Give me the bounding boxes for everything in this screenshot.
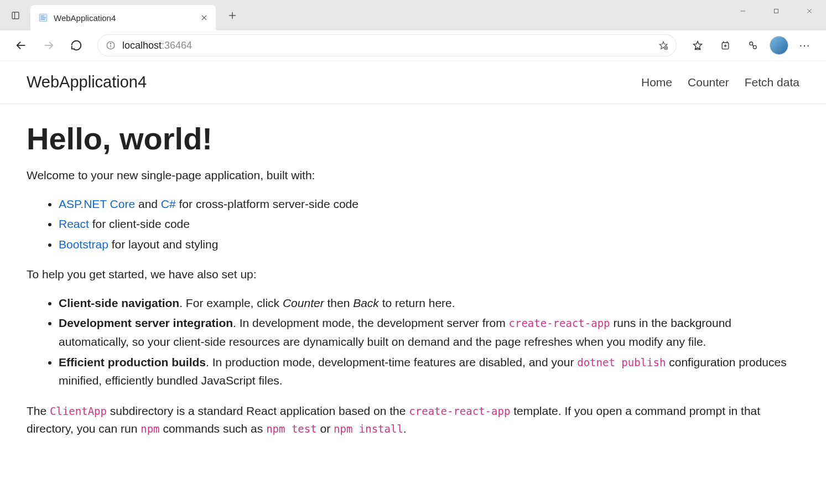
setup-list: Client-side navigation. For example, cli… xyxy=(27,294,799,390)
svg-rect-11 xyxy=(775,9,778,13)
extensions-button[interactable] xyxy=(742,34,764,56)
forward-button xyxy=(38,34,60,56)
setup-item-prod: Efficient production builds. In producti… xyxy=(59,353,799,390)
svg-point-31 xyxy=(750,42,753,45)
svg-rect-5 xyxy=(41,19,45,20)
url-text: localhost:36464 xyxy=(122,40,192,51)
tech-item-bootstrap: Bootstrap for layout and styling xyxy=(59,235,799,254)
minimize-button[interactable] xyxy=(726,0,760,22)
favorites-button[interactable] xyxy=(687,34,709,56)
clientapp-paragraph: The ClientApp subdirectory is a standard… xyxy=(27,402,799,438)
svg-rect-0 xyxy=(12,12,19,19)
tech-item-aspnet: ASP.NET Core and C# for cross-platform s… xyxy=(59,195,799,214)
app-navbar: WebApplication4 Home Counter Fetch data xyxy=(0,61,826,104)
brand-title[interactable]: WebApplication4 xyxy=(27,73,147,91)
new-tab-button[interactable] xyxy=(221,0,243,30)
svg-rect-4 xyxy=(41,17,46,18)
close-tab-icon[interactable] xyxy=(200,14,208,22)
browser-toolbar: localhost:36464 ⋯ xyxy=(0,30,826,61)
link-react[interactable]: React xyxy=(59,217,89,230)
link-csharp[interactable]: C# xyxy=(161,198,176,210)
refresh-button[interactable] xyxy=(65,34,87,56)
maximize-button[interactable] xyxy=(760,0,793,22)
window-controls xyxy=(726,0,826,22)
tech-list: ASP.NET Core and C# for cross-platform s… xyxy=(27,195,799,254)
setup-item-nav: Client-side navigation. For example, cli… xyxy=(59,294,799,313)
nav-links: Home Counter Fetch data xyxy=(641,76,799,89)
svg-point-18 xyxy=(110,43,111,44)
back-button[interactable] xyxy=(10,34,32,56)
settings-menu-button[interactable]: ⋯ xyxy=(794,34,816,56)
tab-actions-button[interactable] xyxy=(0,0,30,30)
site-info-icon[interactable] xyxy=(106,40,116,50)
page-heading: Hello, world! xyxy=(27,121,799,157)
page-content: Hello, world! Welcome to your new single… xyxy=(0,104,826,465)
link-bootstrap[interactable]: Bootstrap xyxy=(59,238,108,251)
setup-intro: To help you get started, we have also se… xyxy=(27,266,799,284)
browser-tab-strip: WebApplication4 xyxy=(0,0,826,30)
link-aspnet-core[interactable]: ASP.NET Core xyxy=(59,198,135,210)
tab-favicon xyxy=(38,13,48,23)
collections-button[interactable] xyxy=(714,34,736,56)
setup-item-dev: Development server integration. In devel… xyxy=(59,314,799,351)
profile-avatar[interactable] xyxy=(770,36,788,55)
nav-link-home[interactable]: Home xyxy=(641,76,672,89)
svg-rect-3 xyxy=(41,15,44,17)
favorite-star-icon[interactable] xyxy=(658,40,668,50)
nav-link-counter[interactable]: Counter xyxy=(688,76,729,89)
tech-item-react: React for client-side code xyxy=(59,215,799,233)
close-window-button[interactable] xyxy=(793,0,826,22)
svg-point-32 xyxy=(753,45,756,49)
address-bar[interactable]: localhost:36464 xyxy=(97,34,677,56)
intro-paragraph: Welcome to your new single-page applicat… xyxy=(27,167,799,185)
browser-tab[interactable]: WebApplication4 xyxy=(30,5,216,30)
svg-line-33 xyxy=(752,45,754,46)
nav-link-fetch-data[interactable]: Fetch data xyxy=(745,76,799,89)
tab-title: WebApplication4 xyxy=(54,13,195,23)
